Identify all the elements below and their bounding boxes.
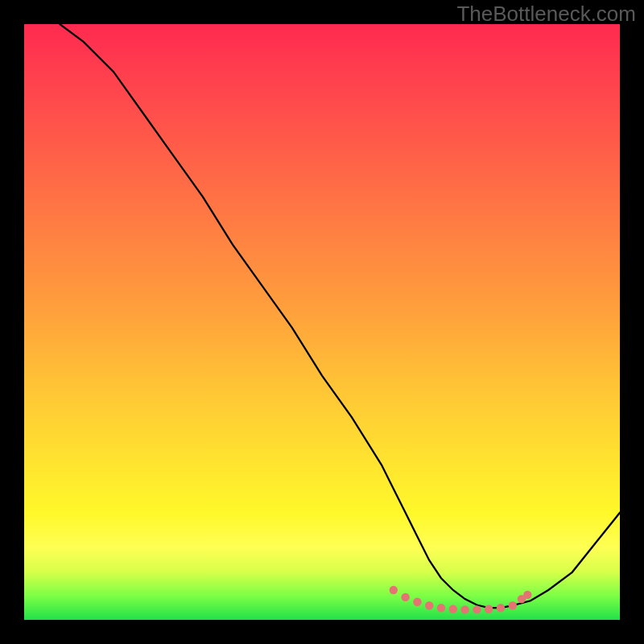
- chart-frame: TheBottleneck.com: [0, 0, 644, 644]
- marker-dot: [460, 605, 469, 613]
- marker-dot: [401, 593, 409, 601]
- bottleneck-curve-path: [60, 24, 620, 608]
- plot-area: [24, 24, 620, 620]
- optimal-range-markers: [390, 586, 532, 614]
- marker-dot: [390, 586, 398, 594]
- watermark-text: TheBottleneck.com: [456, 2, 636, 27]
- chart-svg: [24, 24, 620, 620]
- marker-dot: [509, 601, 517, 609]
- marker-dot: [485, 605, 493, 613]
- marker-dot: [523, 591, 531, 599]
- marker-dot: [449, 605, 457, 613]
- marker-dot: [473, 605, 481, 613]
- marker-dot: [437, 604, 445, 612]
- marker-dot: [413, 598, 421, 606]
- marker-dot: [425, 601, 433, 609]
- marker-dot: [497, 604, 505, 612]
